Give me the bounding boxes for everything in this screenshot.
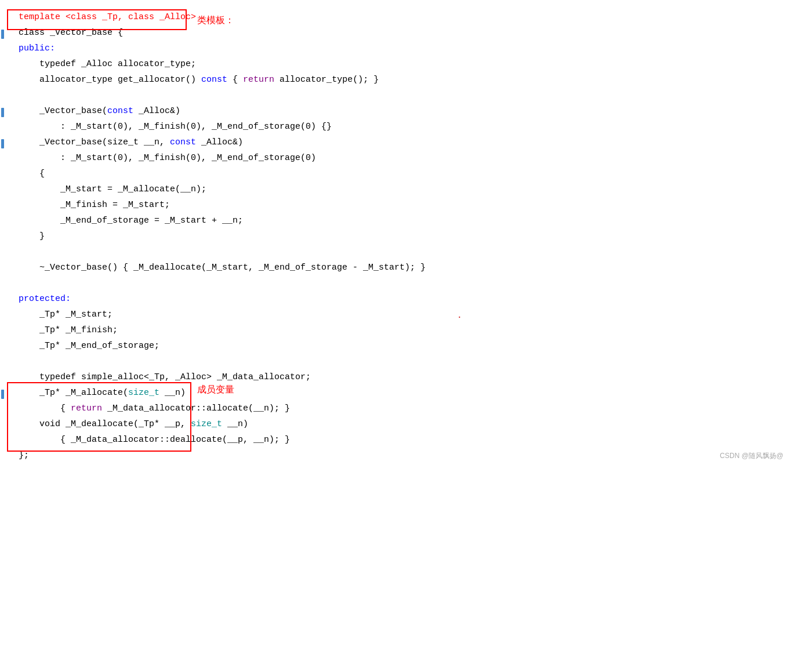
line-content: [19, 277, 795, 291]
line-content: _Vector_base(const _Alloc&): [19, 104, 795, 119]
watermark: CSDN @随风飘扬@: [720, 451, 783, 462]
code-line: void _M_deallocate(_Tp* __p, size_t __n): [7, 417, 795, 433]
line-content: [19, 355, 795, 369]
code-line: _Tp* _M_finish;: [7, 324, 795, 339]
code-line: { return _M_data_allocator::allocate(__n…: [7, 402, 795, 417]
line-content: [19, 89, 795, 103]
line-content: _Vector_base(size_t __n, const _Alloc&): [19, 136, 795, 150]
code-line: template <class _Tp, class _Alloc>: [7, 10, 795, 26]
line-content: _M_finish = _M_start;: [19, 198, 795, 213]
code-line: }: [7, 230, 795, 245]
code-line: [7, 277, 795, 292]
code-line: _Vector_base(const _Alloc&): [7, 104, 795, 120]
line-content: typedef _Alloc allocator_type;: [19, 57, 795, 72]
code-line: _Tp* _M_end_of_storage;: [7, 339, 795, 355]
line-content: public:: [19, 42, 795, 56]
line-content: : _M_start(0), _M_finish(0), _M_end_of_s…: [19, 151, 795, 166]
code-line: _M_finish = _M_start;: [7, 198, 795, 214]
code-line: ~_Vector_base() { _M_deallocate(_M_start…: [7, 261, 795, 277]
code-line: : _M_start(0), _M_finish(0), _M_end_of_s…: [7, 151, 795, 167]
code-line: { _M_data_allocator::deallocate(__p, __n…: [7, 433, 795, 449]
line-content: class _Vector_base {: [19, 26, 795, 41]
line-content: template <class _Tp, class _Alloc>: [19, 10, 795, 25]
line-content: _Tp* _M_allocate(size_t __n): [19, 386, 795, 401]
code-line: _Vector_base(size_t __n, const _Alloc&): [7, 136, 795, 151]
line-content: ~_Vector_base() { _M_deallocate(_M_start…: [19, 261, 795, 275]
code-line: class _Vector_base {: [7, 26, 795, 42]
code-line: [7, 355, 795, 370]
line-content: typedef simple_alloc<_Tp, _Alloc> _M_dat…: [19, 370, 795, 385]
line-content: { _M_data_allocator::deallocate(__p, __n…: [19, 433, 795, 448]
code-line: typedef _Alloc allocator_type;: [7, 57, 795, 73]
code-line: public:: [7, 42, 795, 57]
line-content: [19, 245, 795, 260]
code-line: allocator_type get_allocator() const { r…: [7, 73, 795, 89]
line-content: }: [19, 230, 795, 244]
line-content: void _M_deallocate(_Tp* __p, size_t __n): [19, 417, 795, 432]
dot-marker: •: [458, 313, 461, 321]
line-content: _Tp* _M_end_of_storage;: [19, 339, 795, 354]
code-line: _Tp* _M_start;: [7, 308, 795, 324]
code-line: protected:: [7, 292, 795, 308]
line-content: _Tp* _M_start;: [19, 308, 795, 322]
line-content: { return _M_data_allocator::allocate(__n…: [19, 402, 795, 416]
code-line: _M_start = _M_allocate(__n);: [7, 183, 795, 198]
line-content: {: [19, 167, 795, 181]
code-line: [7, 245, 795, 261]
line-content: : _M_start(0), _M_finish(0), _M_end_of_s…: [19, 120, 795, 135]
code-line: _M_end_of_storage = _M_start + __n;: [7, 214, 795, 230]
code-line: : _M_start(0), _M_finish(0), _M_end_of_s…: [7, 120, 795, 136]
code-line: {: [7, 167, 795, 183]
code-line: typedef simple_alloc<_Tp, _Alloc> _M_dat…: [7, 370, 795, 386]
code-line: [7, 89, 795, 104]
code-block: 类模板： 成员变量 template <class _Tp, class _Al…: [0, 6, 795, 469]
line-content: protected:: [19, 292, 795, 307]
code-line: };: [7, 449, 795, 464]
line-content: _M_end_of_storage = _M_start + __n;: [19, 214, 795, 228]
code-lines: template <class _Tp, class _Alloc>class …: [7, 10, 795, 464]
line-content: };: [19, 449, 795, 463]
line-content: _M_start = _M_allocate(__n);: [19, 183, 795, 197]
code-line: _Tp* _M_allocate(size_t __n): [7, 386, 795, 402]
line-content: allocator_type get_allocator() const { r…: [19, 73, 795, 88]
line-content: _Tp* _M_finish;: [19, 324, 795, 338]
